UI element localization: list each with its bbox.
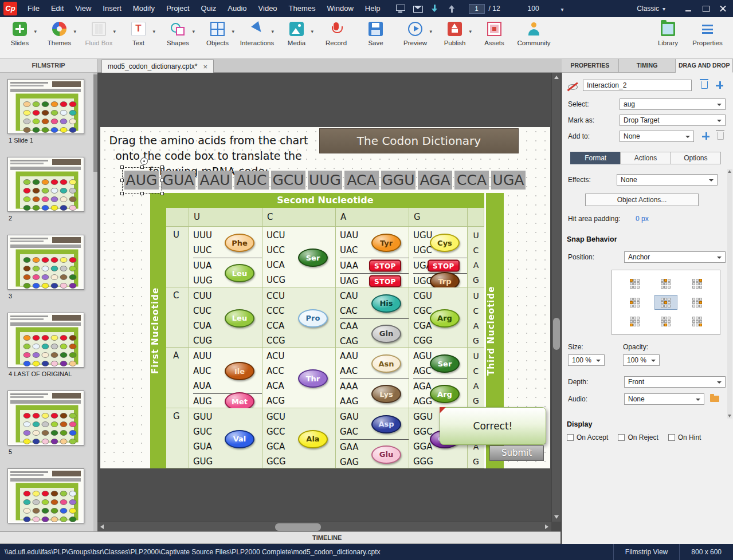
stop-codon-badge[interactable]: STOP (369, 275, 401, 287)
panel-tab-timing[interactable]: TIMING (619, 59, 676, 73)
opacity-spinner[interactable]: 100 % (623, 354, 660, 366)
audio-dropdown[interactable]: None (624, 393, 704, 405)
menu-quiz[interactable]: Quiz (195, 0, 222, 17)
toolbar-assets-button[interactable]: Assets (475, 17, 514, 59)
toolbar-slides-button[interactable]: Slides (0, 17, 40, 59)
menu-themes[interactable]: Themes (283, 0, 322, 17)
amino-acid-arg[interactable]: Arg (430, 309, 460, 328)
toolbar-publish-button[interactable]: Publish (435, 17, 475, 59)
menu-video[interactable]: Video (253, 0, 283, 17)
slide-title[interactable]: The Codon Dictionary (319, 128, 519, 153)
captivate-logo[interactable]: Cp (3, 2, 17, 15)
slide-number-input[interactable]: 1 (469, 4, 485, 14)
tab-close-icon[interactable]: × (203, 63, 208, 70)
toolbar-properties-button[interactable]: Properties (688, 17, 727, 59)
menu-insert[interactable]: Insert (97, 0, 127, 17)
anchor-top-center[interactable] (654, 276, 677, 291)
maximize-button[interactable] (699, 3, 712, 14)
filmstrip-slide-1[interactable]: 1 Slide 1 (7, 79, 97, 144)
stage[interactable]: Drag the amino acids from the chart onto… (97, 73, 551, 522)
menu-help[interactable]: Help (359, 0, 386, 17)
amino-acid-val[interactable]: Val (225, 430, 254, 448)
resize-handle[interactable] (160, 179, 164, 182)
menu-project[interactable]: Project (160, 0, 195, 17)
checkbox-on-reject[interactable]: On Reject (618, 433, 658, 441)
minimize-button[interactable] (681, 3, 695, 14)
menu-file[interactable]: File (22, 0, 45, 17)
panel-tab-drag-and-drop[interactable]: DRAG AND DROP (676, 59, 733, 73)
menu-audio[interactable]: Audio (222, 0, 252, 17)
workspace-selector[interactable]: Classic (637, 5, 665, 13)
toolbar-record-button[interactable]: Record (316, 17, 356, 59)
filmstrip-slide-4[interactable]: 4 LAST OF ORIGINAL (7, 313, 97, 378)
amino-acid-ala[interactable]: Ala (298, 430, 328, 448)
mrna-codon-auc[interactable]: AUC (234, 171, 269, 190)
mrna-codon-aga[interactable]: AGA (418, 171, 452, 190)
interaction-name-input[interactable]: Interaction_2 (583, 80, 692, 91)
menu-edit[interactable]: Edit (45, 0, 69, 17)
slide-thumbnail[interactable] (7, 235, 84, 290)
slide-thumbnail[interactable] (7, 468, 84, 523)
slide-thumbnail[interactable] (7, 313, 84, 368)
canvas-horizontal-scrollbar[interactable] (97, 522, 551, 531)
vertical-scroll-thumb[interactable] (553, 318, 560, 350)
zoom-level[interactable]: 100 (528, 5, 539, 13)
scroll-right-icon[interactable] (542, 522, 551, 531)
filmstrip-slide-5[interactable]: 5 (7, 391, 97, 456)
amino-acid-cys[interactable]: Cys (430, 234, 460, 252)
feedback-popup[interactable]: Correct! (440, 407, 546, 445)
resize-handle[interactable] (120, 165, 124, 169)
amino-acid-tyr[interactable]: Tyr (371, 234, 401, 252)
presentation-icon[interactable] (395, 3, 406, 14)
amino-acid-phe[interactable]: Phe (225, 234, 254, 252)
toolbar-objects-button[interactable]: Objects (198, 17, 237, 59)
toolbar-library-button[interactable]: Library (648, 17, 688, 59)
slide-thumbnail[interactable] (7, 79, 84, 134)
add-interaction-icon[interactable] (716, 81, 723, 89)
select-dropdown[interactable]: aug (620, 98, 726, 110)
mark-as-dropdown[interactable]: Drop Target (620, 115, 726, 126)
browse-audio-folder-icon[interactable] (710, 396, 719, 402)
mrna-codon-aca[interactable]: ACA (344, 171, 379, 190)
close-button[interactable] (716, 3, 730, 14)
timeline-panel-header[interactable]: TIMELINE (0, 531, 560, 544)
stop-codon-badge[interactable]: STOP (428, 260, 460, 272)
position-dropdown[interactable]: Anchor (624, 251, 726, 263)
scroll-up-icon[interactable] (552, 73, 561, 82)
toolbar-preview-button[interactable]: Preview (395, 17, 435, 59)
resize-handle[interactable] (120, 192, 124, 195)
toolbar-interactions-button[interactable]: Interactions (237, 17, 277, 59)
visibility-toggle-icon[interactable] (567, 82, 578, 91)
toolbar-themes-button[interactable]: Themes (40, 17, 79, 59)
toolbar-media-button[interactable]: Media (277, 17, 316, 59)
view-mode-label[interactable]: Filmstrip View (614, 548, 679, 556)
rotate-handle[interactable] (140, 157, 148, 165)
anchor-top-right[interactable] (686, 276, 709, 291)
subtab-options[interactable]: Options (671, 152, 721, 164)
effects-dropdown[interactable]: None (617, 174, 718, 186)
amino-acid-gln[interactable]: Gln (371, 325, 401, 343)
upload-arrow-icon[interactable] (446, 3, 458, 14)
panel-tab-properties[interactable]: PROPERTIES (562, 59, 619, 73)
amino-acid-lys[interactable]: Lys (371, 385, 401, 403)
document-tab[interactable]: mod5_codon_dictionary.cptx* × (101, 60, 214, 73)
amino-acid-thr[interactable]: Thr (298, 369, 328, 388)
resize-handle[interactable] (120, 179, 124, 182)
checkbox-on-hint[interactable]: On Hint (668, 433, 701, 441)
anchor-bottom-right[interactable] (686, 314, 709, 329)
scroll-down-icon[interactable] (552, 512, 561, 522)
resize-handle[interactable] (160, 192, 164, 195)
toolbar-text-button[interactable]: Text (119, 17, 158, 59)
anchor-bottom-center[interactable] (654, 314, 677, 329)
amino-acid-leu[interactable]: Leu (225, 309, 254, 328)
depth-dropdown[interactable]: Front (624, 376, 726, 388)
submit-button[interactable]: Submit (489, 445, 544, 461)
canvas-vertical-scrollbar[interactable] (551, 73, 560, 522)
resize-handle[interactable] (160, 165, 164, 169)
amino-acid-asp[interactable]: Asp (371, 415, 401, 433)
amino-acid-leu[interactable]: Leu (225, 264, 254, 282)
amino-acid-arg[interactable]: Arg (430, 385, 460, 403)
anchor-middle-right[interactable] (686, 295, 709, 310)
menu-window[interactable]: Window (322, 0, 359, 17)
amino-acid-ile[interactable]: Ile (225, 362, 254, 380)
